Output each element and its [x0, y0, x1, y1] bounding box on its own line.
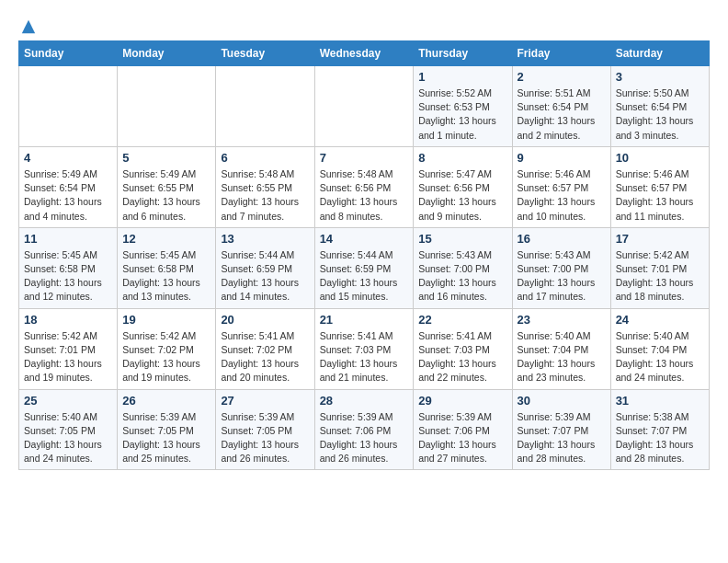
day-number: 25: [24, 394, 112, 408]
calendar-cell: 6Sunrise: 5:48 AM Sunset: 6:55 PM Daylig…: [216, 146, 314, 227]
calendar-cell: 14Sunrise: 5:44 AM Sunset: 6:59 PM Dayli…: [314, 227, 414, 308]
weekday-header: Sunday: [19, 41, 118, 66]
day-info: Sunrise: 5:41 AM Sunset: 7:03 PM Dayligh…: [418, 329, 506, 385]
day-info: Sunrise: 5:44 AM Sunset: 6:59 PM Dayligh…: [320, 248, 409, 304]
calendar-cell: 30Sunrise: 5:39 AM Sunset: 7:07 PM Dayli…: [512, 389, 610, 470]
day-info: Sunrise: 5:42 AM Sunset: 7:01 PM Dayligh…: [616, 248, 704, 304]
day-info: Sunrise: 5:39 AM Sunset: 7:05 PM Dayligh…: [122, 410, 210, 466]
weekday-header: Tuesday: [216, 41, 314, 66]
calendar-cell: 18Sunrise: 5:42 AM Sunset: 7:01 PM Dayli…: [19, 308, 118, 389]
day-number: 8: [418, 151, 506, 165]
day-number: 9: [518, 151, 606, 165]
day-number: 23: [518, 313, 606, 327]
calendar-cell: 20Sunrise: 5:41 AM Sunset: 7:02 PM Dayli…: [216, 308, 314, 389]
day-info: Sunrise: 5:46 AM Sunset: 6:57 PM Dayligh…: [616, 167, 704, 224]
weekday-header-row: SundayMondayTuesdayWednesdayThursdayFrid…: [19, 41, 710, 66]
calendar-week-row: 11Sunrise: 5:45 AM Sunset: 6:58 PM Dayli…: [19, 227, 710, 308]
day-info: Sunrise: 5:39 AM Sunset: 7:06 PM Dayligh…: [320, 410, 409, 466]
day-number: 21: [320, 313, 409, 327]
day-number: 27: [221, 394, 309, 408]
calendar-cell: 9Sunrise: 5:46 AM Sunset: 6:57 PM Daylig…: [512, 146, 610, 227]
day-number: 11: [24, 232, 112, 246]
day-number: 5: [122, 151, 210, 165]
day-info: Sunrise: 5:45 AM Sunset: 6:58 PM Dayligh…: [122, 248, 210, 304]
day-number: 13: [221, 232, 309, 246]
calendar-table: SundayMondayTuesdayWednesdayThursdayFrid…: [18, 40, 710, 470]
calendar-cell: 25Sunrise: 5:40 AM Sunset: 7:05 PM Dayli…: [19, 389, 118, 470]
day-info: Sunrise: 5:49 AM Sunset: 6:55 PM Dayligh…: [122, 167, 210, 224]
day-info: Sunrise: 5:43 AM Sunset: 7:00 PM Dayligh…: [418, 248, 506, 304]
day-number: 17: [616, 232, 704, 246]
day-info: Sunrise: 5:42 AM Sunset: 7:02 PM Dayligh…: [122, 329, 210, 385]
day-info: Sunrise: 5:46 AM Sunset: 6:57 PM Dayligh…: [518, 167, 606, 224]
calendar-cell: 4Sunrise: 5:49 AM Sunset: 6:54 PM Daylig…: [19, 146, 118, 227]
weekday-header: Wednesday: [314, 41, 414, 66]
day-info: Sunrise: 5:48 AM Sunset: 6:55 PM Dayligh…: [221, 167, 309, 224]
day-number: 1: [418, 70, 506, 84]
day-number: 4: [24, 151, 112, 165]
logo-icon: [20, 18, 37, 35]
calendar-cell: 2Sunrise: 5:51 AM Sunset: 6:54 PM Daylig…: [512, 66, 610, 147]
day-number: 16: [518, 232, 606, 246]
day-number: 20: [221, 313, 309, 327]
calendar-cell: 22Sunrise: 5:41 AM Sunset: 7:03 PM Dayli…: [414, 308, 512, 389]
calendar-cell: 27Sunrise: 5:39 AM Sunset: 7:05 PM Dayli…: [216, 389, 314, 470]
day-number: 22: [418, 313, 506, 327]
day-number: 3: [616, 70, 704, 84]
weekday-header: Monday: [118, 41, 216, 66]
day-number: 30: [518, 394, 606, 408]
calendar-week-row: 18Sunrise: 5:42 AM Sunset: 7:01 PM Dayli…: [19, 308, 710, 389]
day-info: Sunrise: 5:52 AM Sunset: 6:53 PM Dayligh…: [418, 86, 506, 143]
calendar-cell: 3Sunrise: 5:50 AM Sunset: 6:54 PM Daylig…: [610, 66, 709, 147]
calendar-cell: 1Sunrise: 5:52 AM Sunset: 6:53 PM Daylig…: [414, 66, 512, 147]
calendar-cell: 23Sunrise: 5:40 AM Sunset: 7:04 PM Dayli…: [512, 308, 610, 389]
day-number: 7: [320, 151, 409, 165]
day-info: Sunrise: 5:40 AM Sunset: 7:04 PM Dayligh…: [616, 329, 704, 385]
calendar-week-row: 1Sunrise: 5:52 AM Sunset: 6:53 PM Daylig…: [19, 66, 710, 147]
calendar-cell: 31Sunrise: 5:38 AM Sunset: 7:07 PM Dayli…: [610, 389, 709, 470]
calendar-cell: 17Sunrise: 5:42 AM Sunset: 7:01 PM Dayli…: [610, 227, 709, 308]
calendar-cell: 13Sunrise: 5:44 AM Sunset: 6:59 PM Dayli…: [216, 227, 314, 308]
calendar-cell: 29Sunrise: 5:39 AM Sunset: 7:06 PM Dayli…: [414, 389, 512, 470]
day-number: 31: [616, 394, 704, 408]
calendar-cell: 12Sunrise: 5:45 AM Sunset: 6:58 PM Dayli…: [118, 227, 216, 308]
day-number: 24: [616, 313, 704, 327]
day-info: Sunrise: 5:42 AM Sunset: 7:01 PM Dayligh…: [24, 329, 112, 385]
calendar-cell: 16Sunrise: 5:43 AM Sunset: 7:00 PM Dayli…: [512, 227, 610, 308]
day-info: Sunrise: 5:39 AM Sunset: 7:05 PM Dayligh…: [221, 410, 309, 466]
day-number: 2: [518, 70, 606, 84]
calendar-cell: 26Sunrise: 5:39 AM Sunset: 7:05 PM Dayli…: [118, 389, 216, 470]
day-number: 6: [221, 151, 309, 165]
day-info: Sunrise: 5:39 AM Sunset: 7:06 PM Dayligh…: [418, 410, 506, 466]
day-number: 12: [122, 232, 210, 246]
day-info: Sunrise: 5:44 AM Sunset: 6:59 PM Dayligh…: [221, 248, 309, 304]
day-info: Sunrise: 5:38 AM Sunset: 7:07 PM Dayligh…: [616, 410, 704, 466]
svg-marker-0: [22, 20, 35, 33]
calendar-cell: 10Sunrise: 5:46 AM Sunset: 6:57 PM Dayli…: [610, 146, 709, 227]
calendar-cell: 15Sunrise: 5:43 AM Sunset: 7:00 PM Dayli…: [414, 227, 512, 308]
day-number: 26: [122, 394, 210, 408]
day-number: 28: [320, 394, 409, 408]
calendar-cell: [216, 66, 314, 147]
day-info: Sunrise: 5:40 AM Sunset: 7:05 PM Dayligh…: [24, 410, 112, 466]
calendar-cell: 8Sunrise: 5:47 AM Sunset: 6:56 PM Daylig…: [414, 146, 512, 227]
weekday-header: Saturday: [610, 41, 709, 66]
calendar-cell: 28Sunrise: 5:39 AM Sunset: 7:06 PM Dayli…: [314, 389, 414, 470]
calendar-week-row: 4Sunrise: 5:49 AM Sunset: 6:54 PM Daylig…: [19, 146, 710, 227]
day-info: Sunrise: 5:45 AM Sunset: 6:58 PM Dayligh…: [24, 248, 112, 304]
page-header: [18, 18, 710, 31]
logo: [18, 18, 37, 31]
day-info: Sunrise: 5:43 AM Sunset: 7:00 PM Dayligh…: [518, 248, 606, 304]
calendar-cell: 7Sunrise: 5:48 AM Sunset: 6:56 PM Daylig…: [314, 146, 414, 227]
calendar-cell: 11Sunrise: 5:45 AM Sunset: 6:58 PM Dayli…: [19, 227, 118, 308]
day-number: 18: [24, 313, 112, 327]
day-number: 15: [418, 232, 506, 246]
day-info: Sunrise: 5:48 AM Sunset: 6:56 PM Dayligh…: [320, 167, 409, 224]
weekday-header: Friday: [512, 41, 610, 66]
day-info: Sunrise: 5:49 AM Sunset: 6:54 PM Dayligh…: [24, 167, 112, 224]
calendar-cell: 24Sunrise: 5:40 AM Sunset: 7:04 PM Dayli…: [610, 308, 709, 389]
weekday-header: Thursday: [414, 41, 512, 66]
day-info: Sunrise: 5:41 AM Sunset: 7:03 PM Dayligh…: [320, 329, 409, 385]
day-info: Sunrise: 5:41 AM Sunset: 7:02 PM Dayligh…: [221, 329, 309, 385]
day-info: Sunrise: 5:51 AM Sunset: 6:54 PM Dayligh…: [518, 86, 606, 143]
